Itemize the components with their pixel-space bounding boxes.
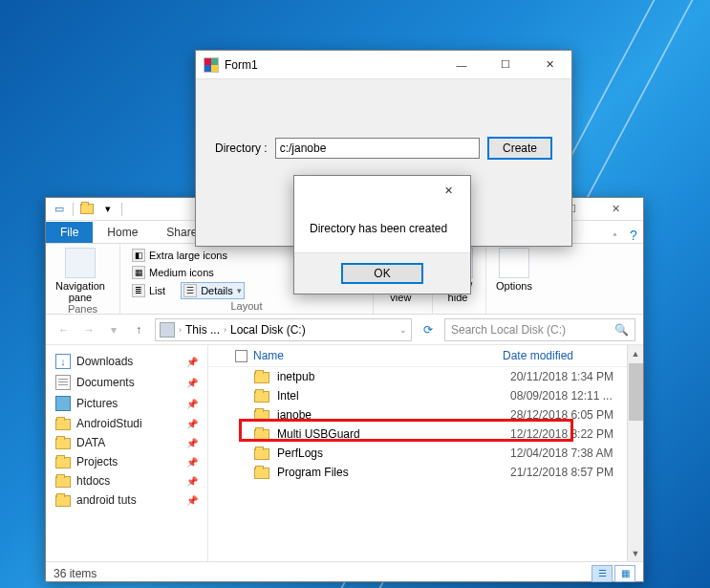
- close-button[interactable]: ✕: [593, 198, 637, 220]
- explorer-content: ↓Downloads📌Documents📌Pictures📌AndroidStu…: [46, 345, 643, 561]
- table-row[interactable]: inetpub20/11/2018 1:34 PM: [208, 367, 643, 386]
- sidebar-item-documents[interactable]: Documents📌: [50, 372, 204, 393]
- nav-recent[interactable]: ▾: [103, 319, 124, 340]
- sidebar-item-label: Pictures: [76, 397, 118, 410]
- app-icon: [204, 57, 219, 73]
- table-row[interactable]: Intel08/09/2018 12:11 ...: [208, 386, 643, 405]
- form1-titlebar[interactable]: Form1 — ☐ ✕: [196, 51, 571, 79]
- row-name: Multi USBGuard: [277, 427, 360, 441]
- folder-icon: [254, 448, 269, 460]
- messagebox-window: ✕ Directory has been created OK: [293, 175, 471, 294]
- sidebar-item-htdocs[interactable]: htdocs📌: [50, 471, 204, 490]
- row-name: PerfLogs: [277, 446, 323, 460]
- sidebar-item-androidstudi[interactable]: AndroidStudi📌: [50, 414, 204, 433]
- view-thumbnails-icon[interactable]: ▦: [614, 565, 635, 582]
- navigation-pane-button[interactable]: Navigation pane: [55, 248, 105, 303]
- download-icon: ↓: [55, 354, 71, 369]
- item-count: 36 items: [54, 567, 97, 580]
- row-name: Program Files: [277, 466, 349, 479]
- picture-icon: [55, 396, 71, 411]
- search-box[interactable]: Search Local Disk (C:) 🔍: [444, 318, 635, 341]
- crumb-root[interactable]: This ...: [185, 323, 220, 337]
- form1-close[interactable]: ✕: [527, 51, 571, 78]
- row-date: 28/12/2018 6:05 PM: [510, 408, 613, 422]
- folder-icon: [254, 372, 269, 383]
- qat-folder-icon[interactable]: [79, 202, 95, 217]
- folder-icon: [254, 429, 269, 441]
- sidebar-item-projects[interactable]: Projects📌: [50, 452, 204, 471]
- pin-icon: 📌: [186, 399, 198, 409]
- row-date: 20/11/2018 1:34 PM: [510, 370, 613, 383]
- row-date: 12/04/2018 7:38 AM: [510, 446, 613, 460]
- row-name: janobe: [277, 408, 312, 422]
- pin-icon: 📌: [186, 438, 198, 448]
- scroll-down-icon[interactable]: ▼: [628, 545, 643, 561]
- layout-details[interactable]: ☰Details▾: [181, 282, 245, 299]
- select-all-checkbox[interactable]: [235, 350, 247, 362]
- row-date: 12/12/2018 8:22 PM: [510, 427, 613, 441]
- tab-home[interactable]: Home: [93, 222, 152, 243]
- breadcrumb[interactable]: › This ... › Local Disk (C:) ⌄: [155, 318, 412, 341]
- folder-icon: [254, 468, 269, 479]
- search-placeholder: Search Local Disk (C:): [451, 323, 566, 337]
- messagebox-close[interactable]: ✕: [426, 176, 470, 205]
- nav-up[interactable]: ↑: [128, 319, 149, 340]
- form1-minimize[interactable]: —: [440, 51, 484, 78]
- document-icon: [55, 375, 71, 390]
- crumb-drive[interactable]: Local Disk (C:): [230, 323, 306, 337]
- sidebar-item-label: DATA: [76, 436, 105, 449]
- messagebox-ok-button[interactable]: OK: [341, 263, 423, 284]
- vertical-scrollbar[interactable]: ▲ ▼: [627, 345, 643, 561]
- pin-icon: 📌: [186, 476, 198, 487]
- help-icon[interactable]: ?: [624, 228, 643, 243]
- table-row[interactable]: janobe28/12/2018 6:05 PM: [208, 405, 643, 425]
- messagebox-titlebar[interactable]: ✕: [294, 176, 470, 205]
- tab-file[interactable]: File: [46, 222, 93, 243]
- view-details-icon[interactable]: ☰: [592, 565, 613, 582]
- row-name: inetpub: [277, 370, 314, 383]
- column-headers[interactable]: Name Date modified: [208, 345, 643, 367]
- ribbon-collapse-icon[interactable]: ˄: [605, 232, 624, 243]
- folder-icon: [55, 457, 71, 468]
- crumb-dropdown-icon[interactable]: ⌄: [399, 325, 407, 335]
- sidebar-item-downloads[interactable]: ↓Downloads📌: [50, 351, 204, 372]
- sidebar-item-label: AndroidStudi: [76, 417, 142, 430]
- row-name: Intel: [277, 389, 299, 403]
- directory-input[interactable]: [275, 138, 480, 159]
- sidebar-item-pictures[interactable]: Pictures📌: [50, 393, 204, 414]
- directory-label: Directory :: [215, 142, 268, 155]
- qat-dropdown-icon[interactable]: ▾: [100, 202, 116, 217]
- form1-maximize[interactable]: ☐: [484, 51, 527, 78]
- panes-group-label: Panes: [55, 303, 110, 315]
- folder-icon: [55, 438, 71, 449]
- drive-icon: [160, 322, 175, 338]
- folder-icon: [55, 419, 71, 430]
- pin-icon: 📌: [186, 495, 198, 506]
- messagebox-text: Directory has been created: [310, 222, 447, 235]
- col-name[interactable]: Name: [253, 349, 284, 362]
- nav-back[interactable]: ←: [54, 319, 75, 340]
- sidebar-item-data[interactable]: DATA📌: [50, 433, 204, 452]
- file-rows: inetpub20/11/2018 1:34 PMIntel08/09/2018…: [208, 367, 643, 561]
- navigation-pane-label: Navigation pane: [55, 280, 105, 303]
- form1-title: Form1: [225, 58, 258, 72]
- pin-icon: 📌: [186, 457, 198, 468]
- options-button[interactable]: Options: [496, 248, 532, 292]
- folder-icon: [55, 495, 71, 507]
- col-date[interactable]: Date modified: [503, 349, 573, 362]
- folder-icon: [254, 391, 269, 403]
- table-row[interactable]: PerfLogs12/04/2018 7:38 AM: [208, 444, 643, 463]
- sidebar-item-label: Projects: [76, 455, 118, 468]
- system-menu-icon[interactable]: ▭: [52, 202, 67, 217]
- sidebar-item-android-tuts[interactable]: android tuts📌: [50, 490, 204, 510]
- scroll-up-icon[interactable]: ▲: [628, 345, 643, 361]
- layout-list[interactable]: ≣List: [130, 282, 167, 299]
- file-list: Name Date modified inetpub20/11/2018 1:3…: [208, 345, 643, 561]
- nav-forward[interactable]: →: [78, 319, 99, 340]
- scroll-thumb[interactable]: [629, 363, 643, 421]
- table-row[interactable]: Program Files21/12/2018 8:57 PM: [208, 463, 643, 482]
- refresh-icon[interactable]: ⟳: [418, 323, 439, 337]
- create-button[interactable]: Create: [487, 137, 552, 160]
- table-row[interactable]: Multi USBGuard12/12/2018 8:22 PM: [208, 425, 643, 444]
- status-bar: 36 items ☰ ▦: [46, 561, 643, 584]
